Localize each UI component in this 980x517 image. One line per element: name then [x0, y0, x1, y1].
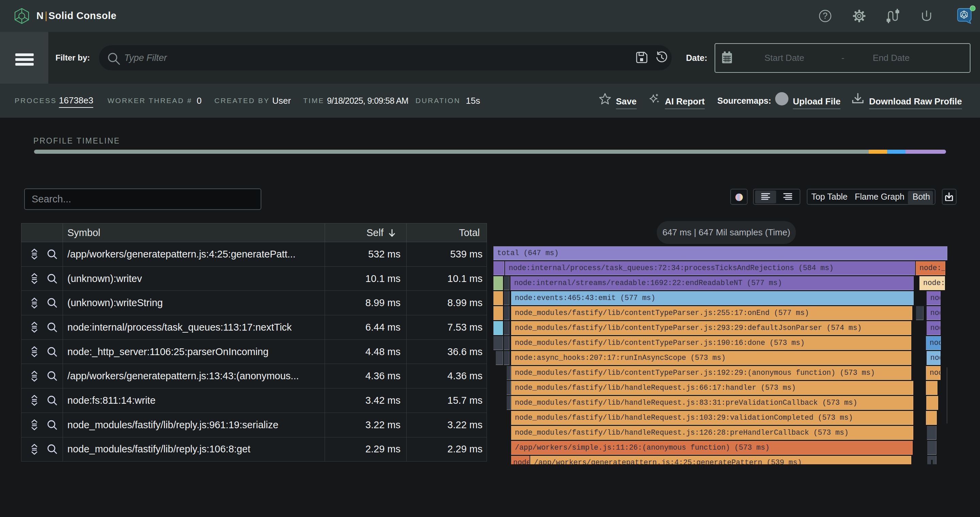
svg-text:?: ? — [823, 11, 827, 21]
